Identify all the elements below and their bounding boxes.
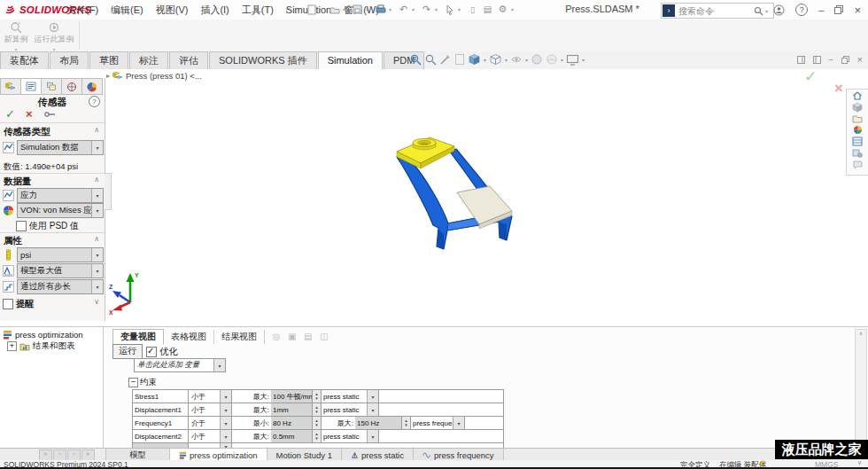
custom-properties-tab-icon[interactable] <box>847 136 868 147</box>
view-settings-icon[interactable] <box>566 54 579 66</box>
save-icon[interactable] <box>351 3 364 16</box>
nav-prev-icon[interactable]: ‹ <box>53 449 66 461</box>
expand-chevron-icon[interactable]: ∨ <box>94 298 99 306</box>
psd-checkbox[interactable] <box>16 221 27 231</box>
panel-ok-icon[interactable]: ✓ <box>5 107 15 121</box>
flyout-arrow-icon[interactable]: ▸ <box>106 72 110 80</box>
condition-select[interactable]: 小于 <box>189 403 232 416</box>
confirm-cancel-icon[interactable]: × <box>834 80 843 98</box>
doc-restore-button[interactable] <box>841 56 849 64</box>
undo-icon[interactable]: ↶ <box>397 3 410 16</box>
menu-insert[interactable]: 插入(I) <box>194 0 235 20</box>
collapse-chevron-icon[interactable]: ∧ <box>94 126 99 134</box>
run-button[interactable]: 运行 <box>112 344 143 359</box>
tab-configurationmanager[interactable] <box>42 78 62 95</box>
study-tree-results[interactable]: + 结果和图表 <box>0 340 103 352</box>
zoom-to-fit-icon[interactable] <box>409 53 422 66</box>
bound-value-input[interactable]: 1mm <box>271 403 322 416</box>
doc-minimize-button[interactable]: – <box>829 55 833 64</box>
dropdown-arrow-icon[interactable] <box>91 264 103 277</box>
press-3d-model[interactable] <box>372 124 549 275</box>
data-quantity-header[interactable]: 数据量 <box>4 176 32 188</box>
bound-value-input[interactable]: 0.5mm <box>271 430 322 442</box>
dropdown-arrow-icon[interactable] <box>91 141 103 154</box>
feature-tree-flyout[interactable]: ▸ Press (press 01) <... <box>106 71 202 81</box>
properties-icon[interactable]: ▤ <box>481 3 494 16</box>
properties-header[interactable]: 属性 <box>4 235 22 247</box>
menu-file[interactable]: 文件(F) <box>60 0 105 20</box>
zoom-to-area-icon[interactable] <box>424 53 437 66</box>
tab-dimxpertmanager[interactable] <box>62 78 82 95</box>
panel-help-icon[interactable]: ? <box>89 96 100 107</box>
doc-close-button[interactable]: × <box>857 54 863 65</box>
help-icon[interactable]: ? <box>795 4 808 16</box>
print-icon[interactable] <box>374 3 387 16</box>
collapse-minus-icon[interactable]: − <box>128 378 138 387</box>
doc-pane2-icon[interactable] <box>813 56 821 64</box>
hide-show-items-icon[interactable] <box>510 53 523 66</box>
study-select[interactable]: press static <box>322 403 379 416</box>
panel-scrollbar[interactable]: ∧∨ <box>855 329 867 449</box>
spinner-icon[interactable] <box>312 403 321 416</box>
dropdown-arrow-icon[interactable] <box>213 359 225 371</box>
run-study-button[interactable]: 运行此算例 ▾ <box>32 20 76 51</box>
doc-pane-icon[interactable] <box>797 56 805 64</box>
view-orientation-cube-icon[interactable] <box>468 53 481 66</box>
tab-model[interactable]: 模型 <box>105 449 170 461</box>
nav-next-icon[interactable]: › <box>67 449 81 461</box>
ribbon-tab-addins[interactable]: SOLIDWORKS 插件 <box>209 51 317 69</box>
new-study-button[interactable]: 新算例 ▾ <box>2 20 30 51</box>
menu-edit[interactable]: 编辑(E) <box>105 0 150 20</box>
tab-table-view[interactable]: 表格视图 <box>164 330 214 344</box>
forum-tab-icon[interactable] <box>847 159 868 170</box>
dropdown-arrow-icon[interactable] <box>220 403 231 416</box>
tab-motion-study-1[interactable]: Motion Study 1 <box>267 449 342 461</box>
select-cursor-icon[interactable] <box>443 3 456 16</box>
ribbon-tab-markup[interactable]: 标注 <box>129 51 168 69</box>
spinner-icon[interactable] <box>312 417 321 429</box>
search-input[interactable] <box>677 5 754 17</box>
dropdown-arrow-icon[interactable] <box>220 430 231 442</box>
dropdown-arrow-icon[interactable] <box>91 204 103 217</box>
dropdown-arrow-icon[interactable] <box>91 280 103 293</box>
component-select[interactable]: VON: von Mises 应力 <box>17 203 104 218</box>
minimize-button[interactable]: – <box>818 4 824 15</box>
sensor-type-header[interactable]: 传感器类型 <box>4 126 50 138</box>
condition-select[interactable]: 介于 <box>189 417 232 429</box>
panel-cancel-icon[interactable]: × <box>26 107 33 121</box>
collapse-chevron-icon[interactable]: ∧ <box>94 235 99 243</box>
redo-icon[interactable]: ↷ <box>420 3 433 16</box>
new-document-icon[interactable] <box>305 3 318 16</box>
study-tree-root[interactable]: press optimization <box>0 329 103 340</box>
tab-press-static[interactable]: press static <box>342 449 414 461</box>
bound-value-input[interactable]: 80 Hz <box>271 417 322 429</box>
resources-tab-icon[interactable] <box>847 101 868 113</box>
spinner-icon[interactable] <box>401 417 410 429</box>
dropdown-arrow-icon[interactable] <box>453 417 464 429</box>
dropdown-arrow-icon[interactable] <box>91 248 103 262</box>
ribbon-tab-assembly[interactable]: 装配体 <box>0 51 49 69</box>
home-icon[interactable]: ⌂ <box>282 3 295 16</box>
open-document-icon[interactable] <box>328 3 341 16</box>
ribbon-tab-evaluate[interactable]: 评估 <box>169 51 208 69</box>
graphics-viewport[interactable]: ▸ Press (press 01) <... Y <box>0 69 868 326</box>
menu-view[interactable]: 视图(V) <box>150 0 195 20</box>
study-select[interactable]: press static <box>322 390 379 403</box>
condition-select[interactable]: 小于 <box>189 430 232 442</box>
spinner-icon[interactable] <box>312 390 321 403</box>
tab-press-optimization[interactable]: press optimization <box>170 449 267 461</box>
panel-pin-icon[interactable] <box>43 109 56 120</box>
nav-first-icon[interactable]: « <box>39 449 52 461</box>
step-select[interactable]: 通过所有步长 <box>17 279 104 294</box>
scroll-up-icon[interactable]: ∧ <box>859 330 863 336</box>
nav-last-icon[interactable]: » <box>81 449 95 461</box>
restore-button[interactable] <box>834 5 843 14</box>
study-select[interactable]: press frequency <box>411 417 465 429</box>
criterion-select[interactable]: 模型最大值 <box>17 263 104 278</box>
study-select[interactable]: press static <box>322 430 379 442</box>
add-variable-select[interactable]: 单击此处添加 变量 <box>134 358 226 372</box>
ribbon-tab-layout[interactable]: 布局 <box>50 51 89 69</box>
confirm-ok-icon[interactable]: ✓ <box>804 67 817 86</box>
tab-displaymanager[interactable] <box>82 78 103 95</box>
dropdown-arrow-icon[interactable] <box>367 390 378 403</box>
